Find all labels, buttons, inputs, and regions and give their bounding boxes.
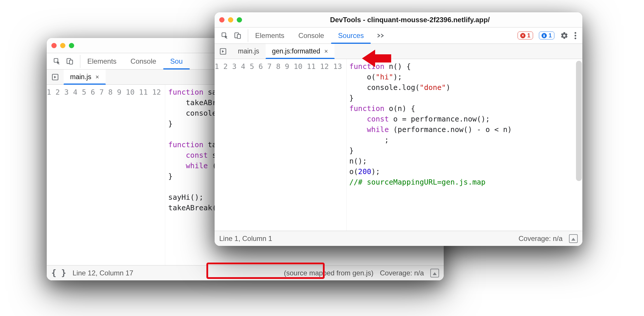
panel-more-icon[interactable] <box>371 27 390 44</box>
traffic-max[interactable] <box>69 43 74 48</box>
panel-tab-console[interactable]: Console <box>291 27 331 44</box>
close-tab-icon[interactable]: × <box>95 73 99 81</box>
devtools-toolbar: Elements Console Sources ✕ 1 ▮ 1 <box>215 27 582 44</box>
inspect-icon[interactable] <box>53 58 61 65</box>
error-count: 1 <box>527 32 530 39</box>
svg-rect-2 <box>69 60 73 64</box>
file-tab-main-js[interactable]: main.js <box>232 44 266 59</box>
coverage-info: Coverage: n/a <box>518 235 563 243</box>
traffic-max[interactable] <box>237 17 242 22</box>
info-count-badge[interactable]: ▮ 1 <box>539 32 554 39</box>
scrollbar[interactable] <box>576 61 582 181</box>
file-tab-label: main.js <box>70 73 91 81</box>
coverage-info: Coverage: n/a <box>380 269 424 277</box>
panel-tab-elements[interactable]: Elements <box>80 53 123 69</box>
svg-rect-6 <box>237 34 241 38</box>
traffic-min[interactable] <box>60 43 65 48</box>
navigator-toggle-icon[interactable] <box>47 73 64 81</box>
panel-tab-sources[interactable]: Sou <box>163 53 190 69</box>
info-icon: ▮ <box>542 33 547 38</box>
traffic-close[interactable] <box>51 43 57 48</box>
cursor-position: Line 12, Column 17 <box>73 269 133 277</box>
panel-tab-sources[interactable]: Sources <box>331 27 371 44</box>
info-count: 1 <box>549 32 552 39</box>
svg-point-9 <box>575 37 576 39</box>
file-tab-main-js[interactable]: main.js × <box>64 70 106 84</box>
error-icon: ✕ <box>520 33 525 38</box>
window-title: DevTools - clinquant-mousse-2f2396.netli… <box>242 16 578 24</box>
panel-tab-console[interactable]: Console <box>123 53 163 69</box>
file-tab-gen-js-formatted[interactable]: gen.js:formatted × <box>266 44 335 59</box>
device-toggle-icon[interactable] <box>234 32 241 39</box>
svg-point-8 <box>575 35 576 37</box>
file-tabs-bar: main.js gen.js:formatted × <box>215 44 582 59</box>
popout-icon[interactable] <box>569 234 578 243</box>
file-tab-label: main.js <box>238 47 259 55</box>
annotation-arrow-icon <box>359 47 394 70</box>
code-content[interactable]: function n() { o("hi"); console.log("don… <box>347 59 583 231</box>
more-menu-icon[interactable] <box>574 32 577 40</box>
traffic-min[interactable] <box>228 17 233 22</box>
settings-icon[interactable] <box>560 32 568 40</box>
inspect-icon[interactable] <box>221 32 229 39</box>
close-tab-icon[interactable]: × <box>324 48 328 55</box>
error-count-badge[interactable]: ✕ 1 <box>518 32 533 39</box>
svg-point-7 <box>575 32 576 34</box>
traffic-close[interactable] <box>219 17 224 22</box>
pretty-print-icon[interactable]: { } <box>51 268 66 278</box>
popout-icon[interactable] <box>430 269 439 277</box>
status-bar: Line 1, Column 1 Coverage: n/a <box>215 231 582 246</box>
cursor-position: Line 1, Column 1 <box>219 235 272 243</box>
annotation-redbox <box>206 263 325 279</box>
file-tab-label: gen.js:formatted <box>272 47 320 55</box>
line-gutter: 1 2 3 4 5 6 7 8 9 10 11 12 <box>47 85 165 265</box>
devtools-window-b: DevTools - clinquant-mousse-2f2396.netli… <box>215 12 582 246</box>
panel-tab-elements[interactable]: Elements <box>248 27 291 44</box>
titlebar: DevTools - clinquant-mousse-2f2396.netli… <box>215 12 582 27</box>
device-toggle-icon[interactable] <box>66 58 74 65</box>
code-editor[interactable]: 1 2 3 4 5 6 7 8 9 10 11 12 13 function n… <box>215 59 582 231</box>
navigator-toggle-icon[interactable] <box>215 48 232 55</box>
line-gutter: 1 2 3 4 5 6 7 8 9 10 11 12 13 <box>215 59 347 231</box>
